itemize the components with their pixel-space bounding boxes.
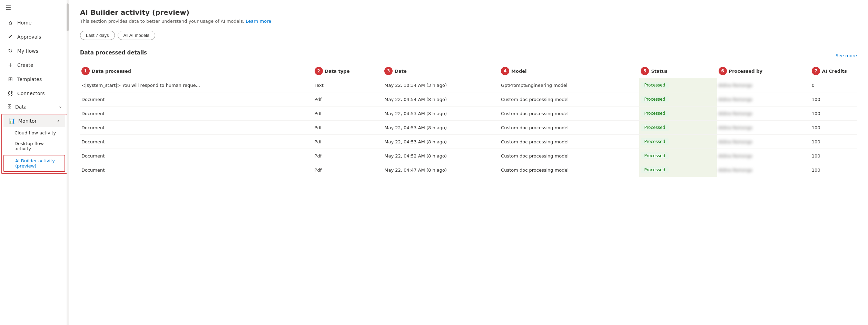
cell-status: Processed	[639, 78, 717, 92]
col-badge-1: 1	[81, 67, 90, 75]
col-header-ai-credits: 7 AI Credits	[810, 64, 857, 78]
cell-date: May 22, 04:54 AM (8 h ago)	[383, 92, 500, 106]
cell-data-type: Pdf	[313, 135, 383, 149]
scrollbar-thumb	[67, 3, 69, 31]
col-header-status: 5 Status	[639, 64, 717, 78]
cell-ai-credits: 100	[810, 106, 857, 121]
cell-data-processed: Document	[80, 106, 313, 121]
sidebar-subitem-label: Cloud flow activity	[14, 130, 56, 135]
cell-date: May 22, 04:53 AM (8 h ago)	[383, 106, 500, 121]
chevron-up-icon: ∧	[57, 119, 60, 123]
sidebar-item-label: Templates	[17, 77, 42, 82]
col-badge-7: 7	[812, 67, 820, 75]
cell-date: May 22, 04:47 AM (8 h ago)	[383, 163, 500, 177]
see-more-link[interactable]: See more	[836, 53, 857, 58]
cell-status: Processed	[639, 135, 717, 149]
sidebar-item-label: My flows	[17, 48, 38, 54]
col-header-processed-by: 6 Processed by	[717, 64, 810, 78]
cell-model: Custom doc processing model	[500, 92, 639, 106]
sidebar-item-label: Connectors	[17, 91, 45, 96]
cell-processed-by: Aldine Romongo	[717, 92, 810, 106]
sidebar-subitem-label: Desktop flow activity	[14, 141, 61, 151]
approvals-icon: ✔	[7, 33, 14, 40]
cell-model: Custom doc processing model	[500, 149, 639, 163]
create-icon: +	[7, 62, 14, 68]
sidebar-item-monitor[interactable]: 📊 Monitor ∧	[3, 115, 65, 127]
cell-date: May 22, 10:34 AM (3 h ago)	[383, 78, 500, 92]
hamburger-icon[interactable]: ☰	[6, 4, 11, 11]
table-row[interactable]: Document Pdf May 22, 04:54 AM (8 h ago) …	[80, 92, 857, 106]
col-header-data-processed: 1 Data processed	[80, 64, 313, 78]
status-badge: Processed	[641, 166, 669, 173]
cell-data-processed: Document	[80, 149, 313, 163]
flows-icon: ↻	[7, 48, 14, 54]
chevron-down-icon: ∨	[59, 105, 62, 109]
col-header-data-type: 2 Data type	[313, 64, 383, 78]
sidebar-header: ☰	[0, 0, 69, 16]
sidebar-item-label: Monitor	[18, 118, 37, 124]
sidebar-item-label: Data	[15, 104, 27, 110]
monitor-icon: 📊	[9, 118, 15, 124]
sidebar-subitem-desktop-flow-activity[interactable]: Desktop flow activity	[2, 138, 67, 154]
cell-model: Custom doc processing model	[500, 135, 639, 149]
cell-data-processed: <|system_start|> You will respond to hum…	[80, 78, 313, 92]
sidebar-item-approvals[interactable]: ✔ Approvals	[1, 30, 67, 43]
cell-data-type: Pdf	[313, 92, 383, 106]
cell-ai-credits: 100	[810, 121, 857, 135]
col-badge-6: 6	[719, 67, 727, 75]
sidebar-subitem-ai-builder-activity[interactable]: AI Builder activity(preview)	[4, 155, 65, 171]
sidebar: ☰ ⌂ Home ✔ Approvals ↻ My flows + Create…	[0, 0, 69, 325]
col-header-date: 3 Date	[383, 64, 500, 78]
cell-model: GptPromptEngineering model	[500, 78, 639, 92]
table-row[interactable]: Document Pdf May 22, 04:53 AM (8 h ago) …	[80, 135, 857, 149]
connectors-icon: ⛓	[7, 90, 14, 97]
cell-status: Processed	[639, 106, 717, 121]
col-badge-3: 3	[384, 67, 393, 75]
table-row[interactable]: Document Pdf May 22, 04:52 AM (8 h ago) …	[80, 149, 857, 163]
col-header-model: 4 Model	[500, 64, 639, 78]
table-section-header: Data processed details See more	[80, 50, 857, 61]
cell-ai-credits: 0	[810, 78, 857, 92]
cell-processed-by: Aldine Romongo	[717, 135, 810, 149]
cell-processed-by: Aldine Romongo	[717, 163, 810, 177]
cell-ai-credits: 100	[810, 135, 857, 149]
cell-processed-by: Aldine Romongo	[717, 78, 810, 92]
cell-date: May 22, 04:53 AM (8 h ago)	[383, 135, 500, 149]
filter-last-7-days[interactable]: Last 7 days	[80, 31, 115, 40]
sidebar-item-label: Home	[17, 20, 31, 26]
sidebar-item-data[interactable]: 🗄 Data ∨	[1, 101, 67, 113]
learn-more-link[interactable]: Learn more	[246, 19, 271, 24]
cell-data-processed: Document	[80, 135, 313, 149]
cell-model: Custom doc processing model	[500, 121, 639, 135]
sidebar-item-home[interactable]: ⌂ Home	[1, 16, 67, 29]
filter-all-ai-models[interactable]: All AI models	[118, 31, 155, 40]
sidebar-scrollbar[interactable]	[67, 0, 69, 325]
sidebar-item-connectors[interactable]: ⛓ Connectors	[1, 87, 67, 100]
sidebar-item-templates[interactable]: ⊞ Templates	[1, 72, 67, 86]
cell-processed-by: Aldine Romongo	[717, 106, 810, 121]
sidebar-subitem-cloud-flow-activity[interactable]: Cloud flow activity	[2, 128, 67, 138]
data-icon: 🗄	[7, 104, 12, 110]
sidebar-item-my-flows[interactable]: ↻ My flows	[1, 44, 67, 58]
table-row[interactable]: Document Pdf May 22, 04:53 AM (8 h ago) …	[80, 106, 857, 121]
cell-status: Processed	[639, 92, 717, 106]
status-badge: Processed	[641, 96, 669, 103]
cell-status: Processed	[639, 149, 717, 163]
sidebar-subitem-ai-builder-box: AI Builder activity(preview)	[3, 155, 65, 172]
page-title: AI Builder activity (preview)	[80, 8, 857, 17]
section-title: Data processed details	[80, 50, 147, 56]
table-row[interactable]: Document Pdf May 22, 04:53 AM (8 h ago) …	[80, 121, 857, 135]
table-row[interactable]: <|system_start|> You will respond to hum…	[80, 78, 857, 92]
col-badge-2: 2	[315, 67, 323, 75]
cell-data-type: Pdf	[313, 106, 383, 121]
cell-date: May 22, 04:52 AM (8 h ago)	[383, 149, 500, 163]
cell-ai-credits: 100	[810, 149, 857, 163]
cell-processed-by: Aldine Romongo	[717, 149, 810, 163]
cell-status: Processed	[639, 121, 717, 135]
sidebar-item-create[interactable]: + Create	[1, 58, 67, 72]
table-body: <|system_start|> You will respond to hum…	[80, 78, 857, 177]
status-badge: Processed	[641, 82, 669, 89]
sidebar-subitem-label: AI Builder activity(preview)	[15, 158, 55, 169]
cell-data-type: Pdf	[313, 121, 383, 135]
table-row[interactable]: Document Pdf May 22, 04:47 AM (8 h ago) …	[80, 163, 857, 177]
